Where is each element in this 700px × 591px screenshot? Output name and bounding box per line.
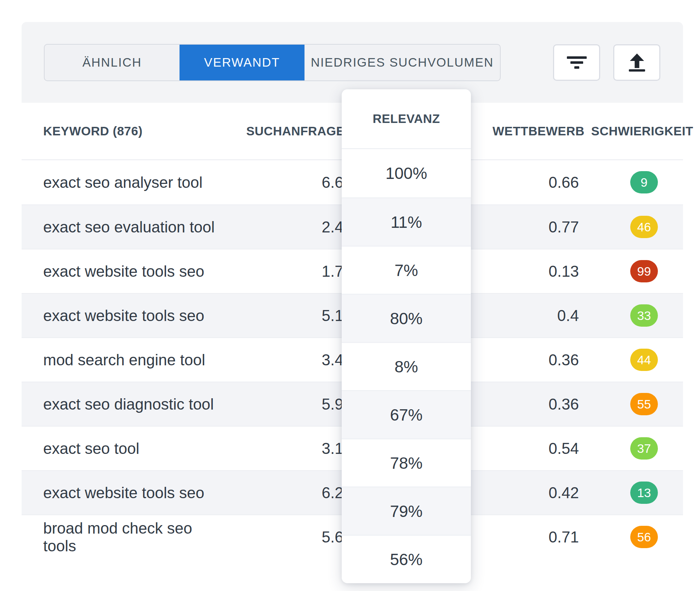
relevance-cell: 78%: [342, 438, 471, 486]
competition-cell: 0.13: [493, 263, 579, 280]
competition-cell: 0.4: [493, 307, 579, 325]
export-button[interactable]: [613, 44, 660, 81]
relevance-cell: 11%: [342, 197, 471, 246]
relevance-cell: 79%: [342, 486, 471, 535]
competition-cell: 0.71: [493, 528, 579, 546]
difficulty-badge: 37: [630, 437, 658, 460]
tab-group: ÄHNLICH VERWANDT NIEDRIGES SUCHVOLUMEN: [44, 44, 501, 81]
competition-cell: 0.54: [493, 440, 579, 457]
keyword-research-page: ÄHNLICH VERWANDT NIEDRIGES SUCHVOLUMEN: [0, 0, 700, 591]
keyword-cell: exact seo tool: [43, 440, 220, 457]
toolbar-actions: [553, 44, 660, 81]
relevance-cell: 56%: [342, 535, 471, 583]
difficulty-cell: 44: [579, 349, 693, 371]
keyword-cell: exact website tools seo: [43, 307, 220, 325]
volume-cell: 5.9K: [220, 395, 354, 413]
volume-cell: 5.6K: [220, 528, 354, 546]
difficulty-cell: 56: [579, 526, 693, 548]
competition-cell: 0.42: [493, 484, 579, 502]
column-header-wettbewerb[interactable]: WETTBEWERB: [493, 124, 579, 138]
difficulty-cell: 13: [579, 482, 693, 504]
keyword-cell: exact website tools seo: [43, 484, 220, 502]
volume-cell: 2.4K: [220, 218, 354, 236]
difficulty-badge: 33: [630, 304, 658, 327]
filter-icon: [567, 56, 587, 69]
difficulty-cell: 9: [579, 171, 693, 193]
relevanz-column-drag-card[interactable]: RELEVANZ 100% 11% 7% 80% 8% 67% 78% 79% …: [342, 89, 471, 583]
column-header-schwierigkeit[interactable]: SCHWIERIGKEIT: [579, 124, 693, 138]
difficulty-badge: 44: [630, 349, 658, 371]
upload-icon: [629, 54, 645, 72]
keyword-cell: exact website tools seo: [43, 263, 220, 280]
filter-button[interactable]: [553, 44, 600, 81]
difficulty-badge: 9: [630, 171, 658, 193]
difficulty-cell: 99: [579, 260, 693, 282]
tab-verwandt[interactable]: VERWANDT: [180, 45, 305, 80]
tab-aehnlich[interactable]: ÄHNLICH: [45, 45, 180, 80]
column-header-keyword[interactable]: KEYWORD (876): [43, 124, 220, 138]
difficulty-badge: 46: [630, 216, 658, 238]
keyword-cell: mod search engine tool: [43, 351, 220, 369]
volume-cell: 6.2K: [220, 484, 354, 502]
competition-cell: 0.36: [493, 395, 579, 413]
volume-cell: 3.4K: [220, 351, 354, 369]
difficulty-badge: 55: [630, 393, 658, 415]
keyword-cell: exact seo analyser tool: [43, 174, 220, 191]
competition-cell: 0.77: [493, 218, 579, 236]
keyword-cell: exact seo diagnostic tool: [43, 395, 220, 413]
relevance-cell: 100%: [342, 149, 471, 197]
volume-cell: 6.6K: [220, 174, 354, 191]
competition-cell: 0.66: [493, 174, 579, 191]
keyword-cell: exact seo evaluation tool: [43, 218, 220, 236]
difficulty-cell: 55: [579, 393, 693, 415]
tab-niedriges-suchvolumen[interactable]: NIEDRIGES SUCHVOLUMEN: [305, 45, 500, 80]
difficulty-badge: 56: [630, 526, 658, 548]
relevance-cell: 7%: [342, 246, 471, 294]
difficulty-cell: 37: [579, 437, 693, 460]
volume-cell: 1.7K: [220, 263, 354, 280]
difficulty-badge: 99: [630, 260, 658, 282]
competition-cell: 0.36: [493, 351, 579, 369]
relevance-cell: 67%: [342, 390, 471, 438]
volume-cell: 3.1K: [220, 440, 354, 457]
keyword-cell: broad mod check seo tools: [43, 519, 220, 555]
column-header-suchanfragen[interactable]: SUCHANFRAGEN: [220, 124, 354, 138]
relevance-cell: 80%: [342, 294, 471, 342]
difficulty-cell: 33: [579, 304, 693, 327]
relevance-cell: 8%: [342, 342, 471, 390]
difficulty-badge: 13: [630, 482, 658, 504]
difficulty-cell: 46: [579, 216, 693, 238]
column-header-relevanz[interactable]: RELEVANZ: [342, 89, 471, 149]
volume-cell: 5.1K: [220, 307, 354, 325]
